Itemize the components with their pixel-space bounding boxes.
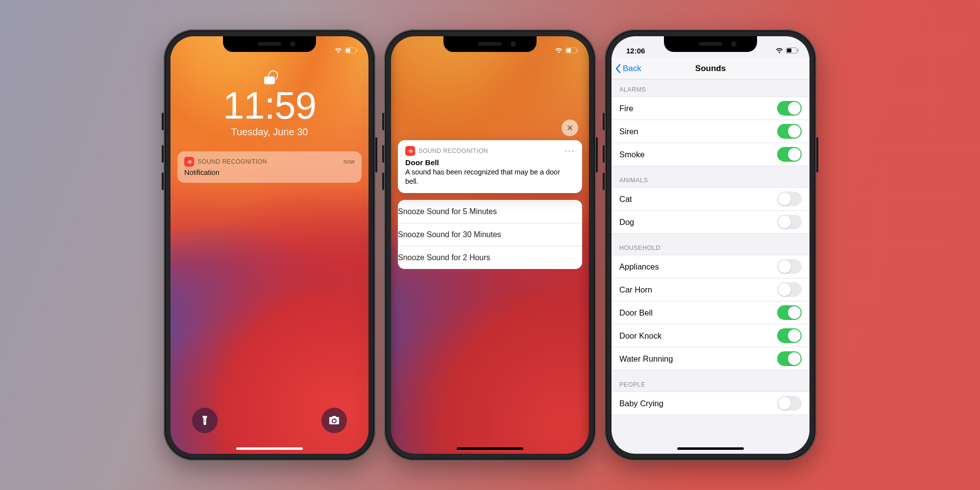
home-indicator[interactable] <box>236 447 303 450</box>
snooze-2-hours[interactable]: Snooze Sound for 2 Hours <box>398 246 582 269</box>
close-button[interactable]: ✕ <box>562 120 578 136</box>
toggle[interactable] <box>777 124 802 139</box>
flashlight-icon <box>199 415 210 426</box>
back-button[interactable]: Back <box>615 58 641 79</box>
camera-button[interactable] <box>321 408 347 433</box>
notification-body: A sound has been recognized that may be … <box>405 168 575 186</box>
notification-card[interactable]: SOUND RECOGNITION ••• Door Bell A sound … <box>398 140 582 193</box>
battery-icon <box>565 48 578 53</box>
svg-rect-2 <box>357 49 358 52</box>
notification-title: Door Bell <box>405 158 575 167</box>
settings-row-baby-crying[interactable]: Baby Crying <box>612 392 809 415</box>
more-icon[interactable]: ••• <box>565 148 575 154</box>
section-header: PEOPLE <box>612 370 809 392</box>
notification-app-name: SOUND RECOGNITION <box>197 158 340 165</box>
phone-settings-sounds: 12:06 Back Sounds ALARMSFireSirenSmokeAN… <box>605 29 816 461</box>
toggle[interactable] <box>777 305 802 320</box>
settings-row-smoke[interactable]: Smoke <box>612 143 809 166</box>
section-header: ALARMS <box>612 79 809 97</box>
battery-icon <box>345 48 358 53</box>
notification-actions: Snooze Sound for 5 Minutes Snooze Sound … <box>398 200 582 269</box>
settings-row-door-knock[interactable]: Door Knock <box>612 324 809 347</box>
toggle[interactable] <box>777 101 802 116</box>
snooze-30-min[interactable]: Snooze Sound for 30 Minutes <box>398 223 582 246</box>
row-label: Smoke <box>619 150 777 159</box>
wifi-icon <box>334 48 343 53</box>
toggle[interactable] <box>777 215 802 229</box>
toggle[interactable] <box>777 396 802 411</box>
battery-icon <box>786 48 799 53</box>
row-label: Dog <box>619 218 777 227</box>
flashlight-button[interactable] <box>192 408 218 433</box>
settings-list[interactable]: ALARMSFireSirenSmokeANIMALSCatDogHOUSEHO… <box>612 79 809 454</box>
camera-icon <box>328 415 340 426</box>
nav-bar: Back Sounds <box>612 58 809 79</box>
toggle[interactable] <box>777 282 802 297</box>
svg-rect-5 <box>577 49 578 52</box>
phone-notification-expanded: ✕ SOUND RECOGNITION ••• Door Bell A soun… <box>384 29 596 461</box>
toggle[interactable] <box>777 192 802 206</box>
notification-timestamp: now <box>343 158 355 165</box>
row-label: Door Bell <box>619 308 777 318</box>
settings-row-door-bell[interactable]: Door Bell <box>612 301 809 324</box>
notification-message: Notification <box>184 169 355 176</box>
close-icon: ✕ <box>566 123 573 133</box>
row-label: Car Horn <box>619 285 777 294</box>
row-label: Appliances <box>619 262 777 271</box>
settings-row-siren[interactable]: Siren <box>612 120 809 143</box>
lock-time: 11:59 <box>171 86 368 124</box>
svg-rect-7 <box>787 49 791 52</box>
settings-row-dog[interactable]: Dog <box>612 210 809 233</box>
snooze-5-min[interactable]: Snooze Sound for 5 Minutes <box>398 200 582 223</box>
sound-recognition-app-icon <box>184 157 194 167</box>
wifi-icon <box>775 48 784 53</box>
back-label: Back <box>623 64 641 74</box>
toggle[interactable] <box>777 259 802 274</box>
svg-rect-4 <box>566 49 571 52</box>
settings-row-water-running[interactable]: Water Running <box>612 347 809 370</box>
toggle[interactable] <box>777 147 802 162</box>
row-label: Water Running <box>619 354 777 364</box>
toggle[interactable] <box>777 328 802 343</box>
row-label: Siren <box>619 127 777 136</box>
settings-row-fire[interactable]: Fire <box>612 97 809 120</box>
notification-banner[interactable]: SOUND RECOGNITION now Notification <box>177 151 362 183</box>
sound-recognition-app-icon <box>405 146 415 156</box>
svg-rect-1 <box>346 49 350 52</box>
lock-date: Tuesday, June 30 <box>171 126 368 138</box>
svg-rect-8 <box>798 49 799 52</box>
settings-row-car-horn[interactable]: Car Horn <box>612 278 809 301</box>
wifi-icon <box>555 48 563 53</box>
section-header: ANIMALS <box>612 166 809 187</box>
settings-row-cat[interactable]: Cat <box>612 187 809 210</box>
section-header: HOUSEHOLD <box>612 234 809 255</box>
notch <box>443 36 537 52</box>
row-label: Cat <box>619 195 777 204</box>
row-label: Fire <box>619 104 777 113</box>
home-indicator[interactable] <box>457 447 523 450</box>
settings-row-appliances[interactable]: Appliances <box>612 255 809 278</box>
phone-lockscreen: 11:59 Tuesday, June 30 SOUND RECOGNITION… <box>164 29 375 461</box>
chevron-left-icon <box>615 64 621 74</box>
home-indicator[interactable] <box>677 447 744 450</box>
page-title: Sounds <box>695 64 726 74</box>
lock-open-icon <box>264 70 275 84</box>
status-time: 12:06 <box>626 47 645 55</box>
row-label: Door Knock <box>619 331 777 341</box>
row-label: Baby Crying <box>619 399 777 408</box>
toggle[interactable] <box>777 351 802 366</box>
notch <box>664 36 757 52</box>
notch <box>223 36 316 52</box>
notification-app-name: SOUND RECOGNITION <box>418 147 562 154</box>
